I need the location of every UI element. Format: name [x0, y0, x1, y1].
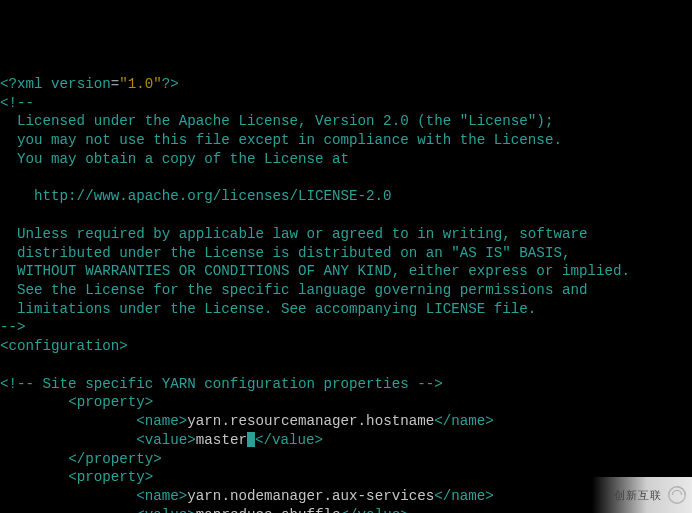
xml-decl-open: <?: [0, 76, 17, 92]
license-line: WITHOUT WARRANTIES OR CONDITIONS OF ANY …: [0, 263, 630, 279]
xml-decl-attr: version: [51, 76, 111, 92]
license-line: you may not use this file except in comp…: [0, 132, 562, 148]
xml-decl-val: "1.0": [119, 76, 162, 92]
name-close-tag: </name>: [434, 413, 494, 429]
license-url: http://www.apache.org/licenses/LICENSE-2…: [0, 188, 392, 204]
property-open-tag: <property>: [68, 469, 153, 485]
xml-decl-close: ?>: [162, 76, 179, 92]
watermark: 创新互联: [592, 477, 692, 513]
property-close-tag: </property>: [68, 451, 162, 467]
value-open-tag: <value>: [136, 432, 196, 448]
xml-source-code[interactable]: <?xml version="1.0"?> <!-- Licensed unde…: [0, 75, 692, 513]
license-line: distributed under the License is distrib…: [0, 245, 570, 261]
name-value: yarn.resourcemanager.hostname: [187, 413, 434, 429]
xml-decl-eq: =: [111, 76, 120, 92]
watermark-text: 创新互联: [614, 488, 662, 503]
comment-open: <!--: [0, 95, 34, 111]
site-comment: <!-- Site specific YARN configuration pr…: [0, 376, 443, 392]
value-text: master: [196, 432, 247, 448]
name-open-tag: <name>: [136, 413, 187, 429]
name-close-tag: </name>: [434, 488, 494, 504]
value-open-tag: <value>: [136, 507, 196, 513]
license-line: You may obtain a copy of the License at: [0, 151, 349, 167]
text-cursor: [247, 432, 255, 447]
logo-icon: [666, 484, 688, 506]
comment-close: -->: [0, 319, 26, 335]
xml-decl-name: xml: [17, 76, 43, 92]
value-close-tag: </value>: [255, 432, 323, 448]
license-line: See the License for the specific languag…: [0, 282, 587, 298]
value-text: mapreduce_shuffle: [196, 507, 341, 513]
configuration-open-tag: <configuration>: [0, 338, 128, 354]
name-value: yarn.nodemanager.aux-services: [187, 488, 434, 504]
license-line: limitations under the License. See accom…: [0, 301, 536, 317]
value-close-tag: </value>: [341, 507, 409, 513]
name-open-tag: <name>: [136, 488, 187, 504]
license-line: Unless required by applicable law or agr…: [0, 226, 587, 242]
property-open-tag: <property>: [68, 394, 153, 410]
license-line: Licensed under the Apache License, Versi…: [0, 113, 553, 129]
